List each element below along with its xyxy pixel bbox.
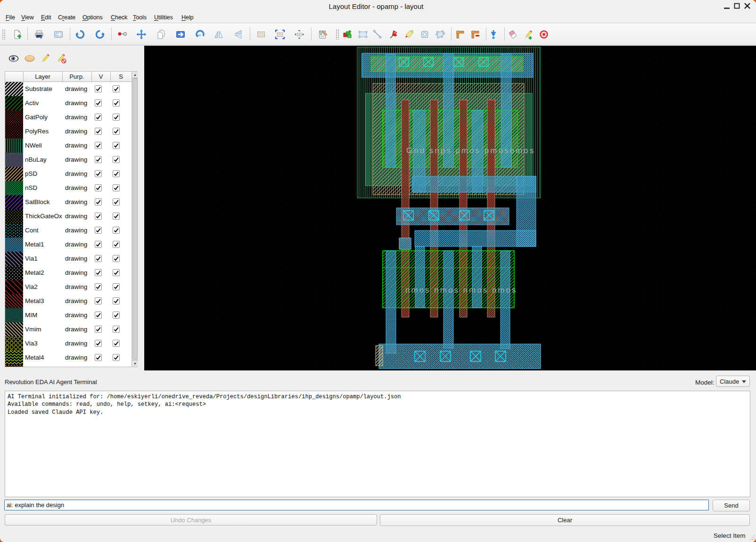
svg-text:Gnd snps pmos pmosomos: Gnd snps pmos pmosomos [406, 146, 535, 155]
svg-text:nmos nmos nmos nmos: nmos nmos nmos nmos [405, 286, 517, 295]
